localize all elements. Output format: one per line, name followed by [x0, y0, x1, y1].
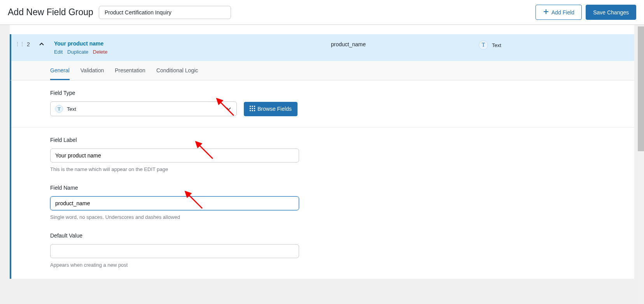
svg-rect-6 [250, 110, 251, 111]
edit-link[interactable]: Edit [54, 49, 63, 55]
tab-validation[interactable]: Validation [80, 61, 104, 80]
field-name-heading: Field Name [50, 185, 595, 191]
field-type-value: Text [67, 106, 76, 112]
field-label-link[interactable]: Your product name [54, 40, 331, 47]
add-field-label: Add Field [551, 9, 574, 16]
delete-link[interactable]: Delete [93, 49, 108, 55]
setting-default-value: Default Value Appears when creating a ne… [11, 228, 634, 279]
browse-fields-button[interactable]: Browse Fields [244, 102, 298, 116]
header-actions: Add Field Save Changes [536, 5, 636, 20]
svg-rect-0 [250, 106, 251, 107]
text-type-icon: T [55, 105, 63, 113]
page-title: Add New Field Group [8, 7, 93, 17]
default-value-heading: Default Value [50, 232, 595, 239]
field-label-help: This is the name which will appear on th… [50, 166, 595, 172]
setting-field-name: Field Name Single word, no spaces. Under… [11, 180, 634, 228]
drag-handle-icon[interactable]: ⋮⋮ [15, 41, 24, 47]
chevron-down-icon [226, 105, 232, 113]
default-value-help: Appears when creating a new post [50, 262, 595, 268]
tab-general[interactable]: General [50, 61, 70, 80]
svg-rect-3 [250, 108, 251, 109]
save-changes-label: Save Changes [593, 9, 629, 16]
row-actions: Edit Duplicate Delete [54, 49, 331, 55]
field-label-input[interactable] [50, 149, 299, 162]
field-type-select[interactable]: T Text [50, 101, 237, 116]
default-value-input[interactable] [50, 244, 299, 258]
browse-fields-label: Browse Fields [257, 106, 292, 112]
save-changes-button[interactable]: Save Changes [586, 5, 636, 20]
svg-rect-1 [252, 106, 253, 107]
tab-conditional-logic[interactable]: Conditional Logic [156, 61, 198, 80]
field-label-heading: Field Label [50, 137, 595, 143]
field-type-column: T Text [479, 40, 634, 50]
svg-rect-5 [254, 108, 255, 109]
field-order-number: 2 [27, 41, 30, 47]
field-title-block: Your product name Edit Duplicate Delete [54, 40, 331, 55]
header-bar: Add New Field Group Add Field Save Chang… [0, 0, 644, 25]
vertical-scrollbar[interactable] [638, 26, 644, 279]
field-type-label: Field Type [50, 90, 595, 96]
field-row[interactable]: ⋮⋮ 2 Your product name Edit Duplicate De… [10, 34, 634, 61]
svg-rect-2 [254, 106, 255, 107]
grid-icon [250, 106, 255, 112]
text-type-icon: T [479, 40, 488, 50]
svg-rect-7 [252, 110, 253, 111]
tab-presentation[interactable]: Presentation [115, 61, 145, 80]
setting-field-type: Field Type T Text [11, 80, 634, 128]
group-title-input[interactable] [99, 6, 231, 19]
scrollbar-thumb[interactable] [638, 26, 644, 151]
field-settings-tabs: General Validation Presentation Conditio… [10, 61, 634, 80]
field-type-label: Text [492, 42, 501, 48]
add-field-button[interactable]: Add Field [536, 5, 582, 20]
field-name-help: Single word, no spaces. Underscores and … [50, 214, 595, 220]
field-key: product_name [331, 40, 479, 47]
svg-rect-4 [252, 108, 253, 109]
svg-rect-8 [254, 110, 255, 111]
field-name-input[interactable] [50, 196, 299, 210]
settings-panel: Field Type T Text [10, 80, 634, 279]
setting-field-label: Field Label This is the name which will … [11, 128, 634, 180]
duplicate-link[interactable]: Duplicate [67, 49, 88, 55]
plus-icon [543, 9, 549, 16]
collapse-toggle[interactable] [38, 43, 45, 49]
